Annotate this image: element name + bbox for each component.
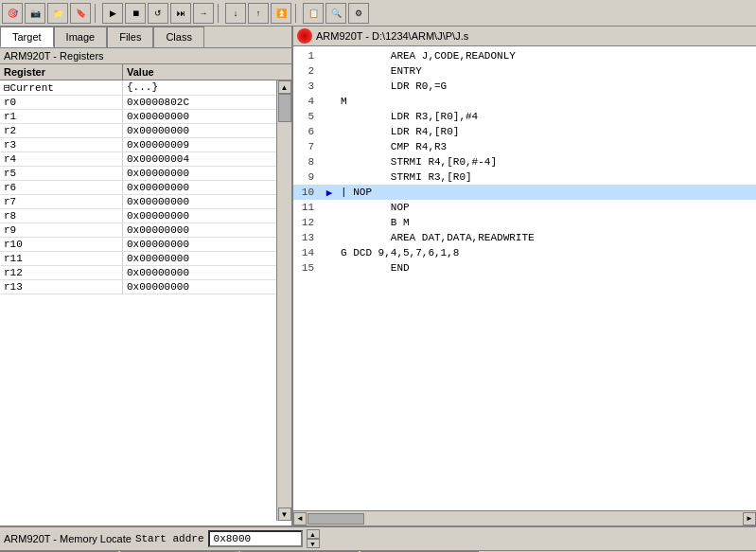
- code-line: 12 B M: [293, 215, 756, 230]
- toolbar-btn-4[interactable]: 🔖: [70, 3, 91, 24]
- reg-value: 0x00000000: [123, 209, 276, 223]
- code-hscrollbar: ◄ ►: [293, 510, 756, 525]
- hscroll-left-btn[interactable]: ◄: [293, 512, 307, 525]
- reg-name: r4: [0, 152, 123, 166]
- line-number: 11: [293, 202, 322, 213]
- register-scroll-area: ⊟Current{...} r00x0000802C r10x00000000 …: [0, 80, 291, 521]
- scroll-down-btn[interactable]: ▼: [278, 507, 291, 521]
- toolbar-settings[interactable]: ⚙: [348, 3, 369, 24]
- register-panel: ARM920T - Registers Register Value ⊟Curr…: [0, 48, 291, 525]
- line-content: G DCD 9,4,5,7,6,1,8: [337, 247, 459, 258]
- hscroll-thumb[interactable]: [308, 513, 364, 525]
- hscroll-right-btn[interactable]: ►: [743, 512, 756, 525]
- register-panel-title: ARM920T - Registers: [0, 48, 291, 64]
- addr-label: Start addre: [135, 533, 204, 544]
- register-row[interactable]: r70x00000000: [0, 195, 276, 209]
- main-toolbar: 🎯 📷 📁 🔖 ▶ ⏹ ↺ ⏭ → ↓ ↑ ⏫ 📋 🔍 ⚙: [0, 0, 756, 27]
- line-content: LDR R0,=G: [337, 80, 447, 92]
- spin-down-btn[interactable]: ▼: [307, 539, 320, 548]
- spin-up-btn[interactable]: ▲: [307, 529, 320, 539]
- toolbar-top[interactable]: ⏫: [271, 3, 291, 24]
- toolbar-sep-3: [295, 4, 299, 23]
- line-content: M: [337, 96, 347, 107]
- register-row[interactable]: r50x00000000: [0, 167, 276, 181]
- code-line: 1 AREA J,CODE,READONLY: [293, 48, 756, 63]
- line-number: 12: [293, 217, 322, 228]
- line-number: 14: [293, 247, 322, 258]
- register-row[interactable]: r130x00000000: [0, 280, 276, 294]
- line-number: 2: [293, 65, 322, 77]
- line-number: 7: [293, 141, 322, 152]
- tab-class[interactable]: Class: [153, 27, 204, 47]
- reg-value: 0x00000004: [123, 152, 276, 166]
- tab-target[interactable]: Target: [0, 27, 54, 47]
- toolbar-btn-3[interactable]: 📁: [47, 3, 68, 24]
- register-row[interactable]: ⊟Current{...}: [0, 80, 276, 96]
- left-panel: Target Image Files Class ARM920T - Regis…: [0, 27, 293, 525]
- line-number: 4: [293, 96, 322, 107]
- toolbar-run[interactable]: ▶: [102, 3, 123, 24]
- reg-name: r9: [0, 223, 123, 237]
- line-number: 8: [293, 156, 322, 168]
- register-row[interactable]: r120x00000000: [0, 266, 276, 280]
- bottom-section: ARM920T - Memory Locate Start addre ▲ ▼ …: [0, 525, 756, 552]
- line-number: 5: [293, 111, 322, 122]
- reg-value: 0x00000000: [123, 181, 276, 194]
- register-row[interactable]: r60x00000000: [0, 181, 276, 195]
- line-number: 6: [293, 126, 322, 137]
- register-row[interactable]: r10x00000000: [0, 110, 276, 124]
- code-line: 3 LDR R0,=G: [293, 79, 756, 94]
- main-container: Target Image Files Class ARM920T - Regis…: [0, 27, 756, 525]
- register-row[interactable]: r110x00000000: [0, 252, 276, 266]
- line-number: 15: [293, 262, 322, 274]
- line-content: END: [337, 262, 410, 274]
- toolbar-btn-1[interactable]: 🎯: [2, 3, 23, 24]
- toolbar-reset[interactable]: ↺: [148, 3, 168, 24]
- code-line: 9 STRMI R3,[R0]: [293, 169, 756, 185]
- code-line: 7 CMP R4,R3: [293, 139, 756, 154]
- code-lines: 1 AREA J,CODE,READONLY2 ENTRY3 LDR R0,=G…: [293, 46, 756, 510]
- reg-value: 0x00000000: [123, 124, 276, 137]
- line-number: 1: [293, 50, 322, 62]
- line-content: NOP: [337, 202, 410, 213]
- reg-name: r11: [0, 252, 123, 265]
- register-row[interactable]: r20x00000000: [0, 124, 276, 138]
- line-content: AREA J,CODE,READONLY: [337, 50, 516, 62]
- toolbar-step-into[interactable]: →: [193, 3, 214, 24]
- toolbar-memory[interactable]: 📋: [303, 3, 324, 24]
- tab-image[interactable]: Image: [54, 27, 108, 47]
- register-row[interactable]: r30x00000009: [0, 138, 276, 152]
- hscroll-track: [307, 512, 743, 525]
- scroll-up-btn[interactable]: ▲: [278, 80, 291, 94]
- register-row[interactable]: r00x0000802C: [0, 96, 276, 110]
- line-content: AREA DAT,DATA,READWRITE: [337, 232, 535, 243]
- reg-name: r7: [0, 195, 123, 208]
- reg-name: r0: [0, 96, 123, 109]
- register-row[interactable]: r80x00000000: [0, 209, 276, 223]
- code-titlebar: ARM920T - D:\1234\ARM\J\P\J.s: [293, 27, 756, 46]
- addr-input[interactable]: [208, 530, 303, 547]
- toolbar-btn-2[interactable]: 📷: [25, 3, 45, 24]
- toolbar-stop[interactable]: ⏹: [125, 3, 146, 24]
- toolbar-step-over[interactable]: ⏭: [170, 3, 191, 24]
- reg-name: r1: [0, 110, 123, 123]
- arm-icon: [297, 28, 312, 44]
- toolbar-up[interactable]: ↑: [248, 3, 269, 24]
- code-line: 13 AREA DAT,DATA,READWRITE: [293, 230, 756, 245]
- reg-value: 0x00000000: [123, 238, 276, 251]
- register-row[interactable]: r90x00000000: [0, 223, 276, 238]
- bottom-title: ARM920T - Memory Locate: [4, 533, 132, 544]
- reg-value: 0x00000000: [123, 266, 276, 279]
- line-number: 10: [293, 187, 322, 198]
- reg-value: 0x00000009: [123, 138, 276, 151]
- register-row[interactable]: r40x00000004: [0, 152, 276, 167]
- register-scrollbar: ▲ ▼: [276, 80, 291, 521]
- code-line: 14G DCD 9,4,5,7,6,1,8: [293, 245, 756, 260]
- scroll-thumb[interactable]: [278, 94, 291, 122]
- tab-files[interactable]: Files: [107, 27, 153, 47]
- toolbar-down[interactable]: ↓: [225, 3, 246, 24]
- register-row[interactable]: r100x00000000: [0, 238, 276, 252]
- code-line: 8 STRMI R4,[R0,#-4]: [293, 154, 756, 169]
- toolbar-search[interactable]: 🔍: [325, 3, 346, 24]
- bottom-toolbar: ARM920T - Memory Locate Start addre ▲ ▼: [0, 527, 756, 551]
